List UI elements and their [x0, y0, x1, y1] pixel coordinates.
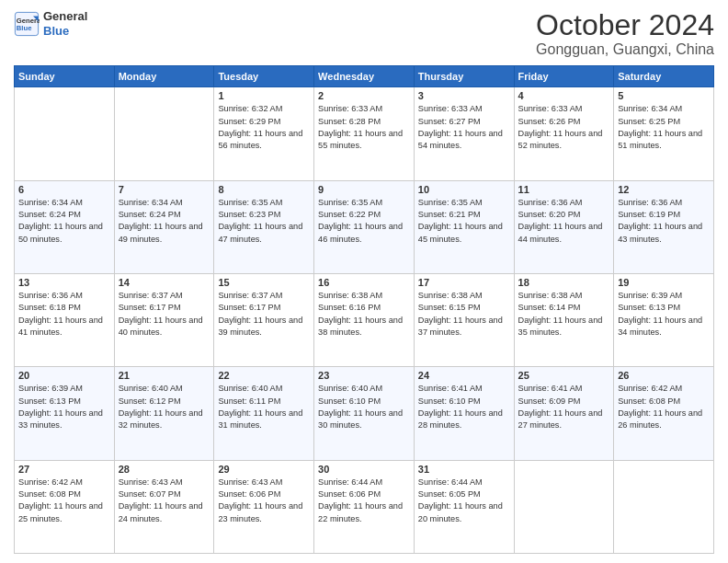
sunrise: Sunrise: 6:38 AM	[318, 290, 410, 302]
sunset: Sunset: 6:11 PM	[218, 396, 310, 408]
header: General Blue General Blue October 2024 G…	[14, 9, 714, 58]
daylight: Daylight: 11 hours and 51 minutes.	[618, 128, 710, 153]
title-block: October 2024 Gongguan, Guangxi, China	[536, 9, 714, 58]
sunrise: Sunrise: 6:40 AM	[119, 383, 210, 395]
sunrise: Sunrise: 6:36 AM	[18, 290, 110, 302]
sunrise: Sunrise: 6:39 AM	[618, 290, 710, 302]
day-number: 2	[318, 90, 410, 101]
sunrise: Sunrise: 6:44 AM	[318, 477, 410, 488]
sunset: Sunset: 6:05 PM	[418, 488, 510, 500]
sunrise: Sunrise: 6:40 AM	[218, 383, 310, 395]
sunrise: Sunrise: 6:34 AM	[618, 103, 710, 115]
table-row: 1 Sunrise: 6:32 AM Sunset: 6:29 PM Dayli…	[214, 87, 314, 180]
day-number: 13	[18, 277, 110, 288]
table-row: 23 Sunrise: 6:40 AM Sunset: 6:10 PM Dayl…	[314, 367, 415, 460]
sunset: Sunset: 6:09 PM	[518, 396, 610, 408]
table-row: 30 Sunrise: 6:44 AM Sunset: 6:06 PM Dayl…	[314, 460, 415, 553]
sunrise: Sunrise: 6:38 AM	[518, 290, 610, 302]
day-number: 5	[618, 90, 710, 101]
table-row: 24 Sunrise: 6:41 AM Sunset: 6:10 PM Dayl…	[414, 367, 514, 460]
sunset: Sunset: 6:29 PM	[218, 116, 310, 128]
sunset: Sunset: 6:12 PM	[119, 396, 210, 408]
daylight: Daylight: 11 hours and 37 minutes.	[418, 315, 510, 339]
sunset: Sunset: 6:22 PM	[318, 209, 410, 221]
sunrise: Sunrise: 6:32 AM	[218, 103, 310, 115]
day-number: 29	[218, 464, 310, 475]
sunrise: Sunrise: 6:34 AM	[18, 197, 110, 209]
sunrise: Sunrise: 6:34 AM	[119, 197, 210, 209]
calendar-table: Sunday Monday Tuesday Wednesday Thursday…	[14, 65, 714, 554]
day-info: Sunrise: 6:38 AM Sunset: 6:16 PM Dayligh…	[318, 290, 410, 339]
day-number: 28	[119, 464, 210, 475]
sunrise: Sunrise: 6:36 AM	[618, 197, 710, 209]
day-number: 9	[318, 184, 410, 195]
sunset: Sunset: 6:20 PM	[518, 209, 610, 221]
daylight: Daylight: 11 hours and 27 minutes.	[518, 408, 610, 432]
day-info: Sunrise: 6:38 AM Sunset: 6:14 PM Dayligh…	[518, 290, 610, 339]
table-row: 27 Sunrise: 6:42 AM Sunset: 6:08 PM Dayl…	[15, 460, 115, 553]
day-info: Sunrise: 6:43 AM Sunset: 6:07 PM Dayligh…	[119, 477, 210, 525]
sunset: Sunset: 6:17 PM	[218, 302, 310, 314]
daylight: Daylight: 11 hours and 35 minutes.	[518, 315, 610, 339]
logo-line2: Blue	[43, 24, 87, 39]
col-thursday: Thursday	[414, 66, 514, 87]
table-row: 29 Sunrise: 6:43 AM Sunset: 6:06 PM Dayl…	[214, 460, 314, 553]
sunrise: Sunrise: 6:35 AM	[418, 197, 510, 209]
day-number: 16	[318, 277, 410, 288]
sunset: Sunset: 6:18 PM	[18, 302, 110, 314]
sunset: Sunset: 6:08 PM	[618, 396, 710, 408]
table-row: 14 Sunrise: 6:37 AM Sunset: 6:17 PM Dayl…	[114, 273, 214, 366]
sunset: Sunset: 6:25 PM	[618, 116, 710, 128]
day-number: 1	[218, 90, 310, 101]
sunset: Sunset: 6:17 PM	[119, 302, 210, 314]
day-number: 11	[518, 184, 610, 195]
daylight: Daylight: 11 hours and 46 minutes.	[318, 221, 410, 246]
day-number: 18	[518, 277, 610, 288]
day-info: Sunrise: 6:39 AM Sunset: 6:13 PM Dayligh…	[618, 290, 710, 339]
daylight: Daylight: 11 hours and 44 minutes.	[518, 221, 610, 246]
daylight: Daylight: 11 hours and 34 minutes.	[618, 315, 710, 339]
day-info: Sunrise: 6:43 AM Sunset: 6:06 PM Dayligh…	[218, 477, 310, 525]
logo-icon: General Blue	[14, 11, 40, 37]
day-number: 25	[518, 370, 610, 381]
day-info: Sunrise: 6:42 AM Sunset: 6:08 PM Dayligh…	[618, 383, 710, 431]
daylight: Daylight: 11 hours and 20 minutes.	[418, 500, 510, 525]
daylight: Daylight: 11 hours and 39 minutes.	[218, 315, 310, 339]
daylight: Daylight: 11 hours and 47 minutes.	[218, 221, 310, 246]
sunset: Sunset: 6:08 PM	[18, 488, 110, 500]
table-row: 4 Sunrise: 6:33 AM Sunset: 6:26 PM Dayli…	[514, 87, 614, 180]
col-tuesday: Tuesday	[214, 66, 314, 87]
table-row	[114, 87, 214, 180]
day-info: Sunrise: 6:36 AM Sunset: 6:20 PM Dayligh…	[518, 197, 610, 246]
table-row: 22 Sunrise: 6:40 AM Sunset: 6:11 PM Dayl…	[214, 367, 314, 460]
sunrise: Sunrise: 6:33 AM	[318, 103, 410, 115]
sunrise: Sunrise: 6:35 AM	[318, 197, 410, 209]
day-info: Sunrise: 6:40 AM Sunset: 6:11 PM Dayligh…	[218, 383, 310, 431]
day-info: Sunrise: 6:35 AM Sunset: 6:22 PM Dayligh…	[318, 197, 410, 246]
table-row: 5 Sunrise: 6:34 AM Sunset: 6:25 PM Dayli…	[614, 87, 714, 180]
sunset: Sunset: 6:27 PM	[418, 116, 510, 128]
sunset: Sunset: 6:06 PM	[218, 488, 310, 500]
sunrise: Sunrise: 6:39 AM	[18, 383, 110, 395]
table-row: 21 Sunrise: 6:40 AM Sunset: 6:12 PM Dayl…	[114, 367, 214, 460]
sunrise: Sunrise: 6:38 AM	[418, 290, 510, 302]
sunset: Sunset: 6:28 PM	[318, 116, 410, 128]
sunset: Sunset: 6:14 PM	[518, 302, 610, 314]
daylight: Daylight: 11 hours and 45 minutes.	[418, 221, 510, 246]
day-info: Sunrise: 6:37 AM Sunset: 6:17 PM Dayligh…	[119, 290, 210, 339]
day-info: Sunrise: 6:42 AM Sunset: 6:08 PM Dayligh…	[18, 477, 110, 525]
sunrise: Sunrise: 6:36 AM	[518, 197, 610, 209]
daylight: Daylight: 11 hours and 30 minutes.	[318, 408, 410, 432]
day-number: 27	[18, 464, 110, 475]
table-row	[15, 87, 115, 180]
daylight: Daylight: 11 hours and 25 minutes.	[18, 500, 110, 525]
sunrise: Sunrise: 6:37 AM	[119, 290, 210, 302]
day-info: Sunrise: 6:34 AM Sunset: 6:24 PM Dayligh…	[119, 197, 210, 246]
daylight: Daylight: 11 hours and 52 minutes.	[518, 128, 610, 153]
sunrise: Sunrise: 6:40 AM	[318, 383, 410, 395]
sunset: Sunset: 6:24 PM	[18, 209, 110, 221]
sunset: Sunset: 6:24 PM	[119, 209, 210, 221]
sunrise: Sunrise: 6:43 AM	[119, 477, 210, 488]
day-info: Sunrise: 6:41 AM Sunset: 6:10 PM Dayligh…	[418, 383, 510, 431]
table-row: 28 Sunrise: 6:43 AM Sunset: 6:07 PM Dayl…	[114, 460, 214, 553]
